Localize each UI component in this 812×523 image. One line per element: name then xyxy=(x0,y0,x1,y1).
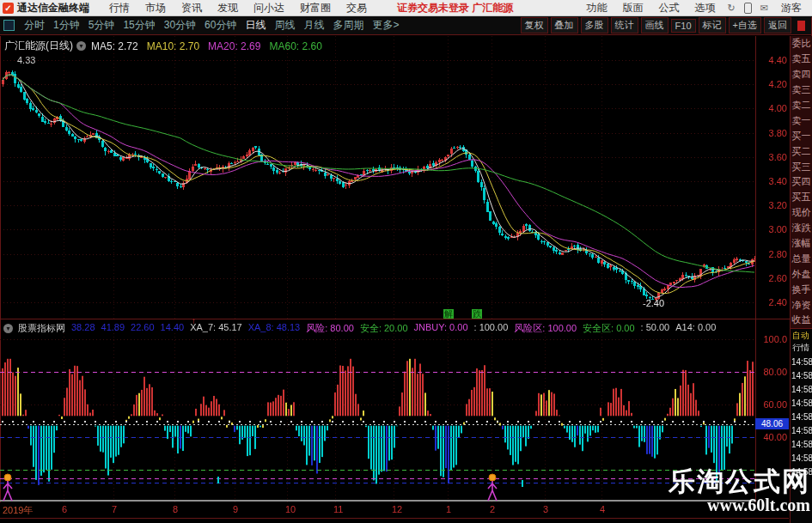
signal-tick-icon xyxy=(217,477,219,483)
menu-item[interactable]: 公式 xyxy=(659,1,680,15)
date-tick: 11 xyxy=(333,504,343,514)
quote-label[interactable]: 行情 xyxy=(791,342,812,356)
ma-label: MA60: 2.60 xyxy=(269,40,321,52)
menu-item[interactable]: 发现 xyxy=(217,1,238,15)
quote-field-label[interactable]: 买三 xyxy=(792,161,811,173)
time-entry[interactable]: 14:58 xyxy=(791,438,812,452)
price-tick: 3.40 xyxy=(769,176,787,186)
buy-signal-icon xyxy=(486,473,498,502)
quote-field-label[interactable]: 卖五 xyxy=(792,52,811,65)
time-entry[interactable]: 14:58 xyxy=(791,383,812,397)
indicator-value: 股票指标网 xyxy=(18,322,65,335)
price-tick: 3.60 xyxy=(769,152,787,162)
chart-header: 广汇能源(日线) ▾ MA5: 2.72MA10: 2.70MA20: 2.69… xyxy=(4,39,331,53)
quote-field-label[interactable]: 卖一 xyxy=(792,114,811,127)
menu-item[interactable]: 功能 xyxy=(587,1,607,15)
refresh-icon[interactable]: ↻ xyxy=(728,3,736,14)
time-entry[interactable]: 14:58 xyxy=(791,369,812,383)
quote-field-label[interactable]: 买一 xyxy=(792,130,811,143)
chart-title[interactable]: 广汇能源(日线) xyxy=(4,39,73,53)
period-tab[interactable]: 更多> xyxy=(372,18,399,33)
period-tab[interactable]: 分时 xyxy=(24,18,45,33)
quote-field-label[interactable]: 卖二 xyxy=(792,99,811,112)
time-entry[interactable]: 14:58 xyxy=(791,397,812,410)
quote-field-label[interactable]: 涨幅 xyxy=(792,237,811,250)
menu-item[interactable]: 行情 xyxy=(109,1,130,15)
price-tick: 3.00 xyxy=(769,224,787,234)
quote-field-label[interactable]: 换手 xyxy=(792,283,811,296)
time-entry[interactable]: 14:58 xyxy=(791,356,812,369)
date-tick: 8 xyxy=(173,504,178,514)
indicator-value: : 100.00 xyxy=(474,322,509,335)
tool-button[interactable]: 返回 xyxy=(764,17,791,33)
quote-field-label[interactable]: 涨跌 xyxy=(792,222,811,234)
price-tick: 4.20 xyxy=(769,79,787,89)
menu-item[interactable]: 财富圈 xyxy=(300,1,331,15)
user-label[interactable]: 游客 xyxy=(781,1,802,15)
period-tab[interactable]: 1分钟 xyxy=(53,18,80,33)
indicator-values: 股票指标网38.2841.8922.6014.40XA_7: 45.17XA_8… xyxy=(18,322,722,335)
period-tab[interactable]: 5分钟 xyxy=(89,18,115,33)
tool-button[interactable]: 统计 xyxy=(611,17,638,33)
quote-field-label[interactable]: 买四 xyxy=(792,175,811,188)
period-tab[interactable]: 周线 xyxy=(274,18,295,33)
quote-field-label[interactable]: 现价 xyxy=(792,206,811,219)
quote-field-label[interactable]: 卖三 xyxy=(792,83,811,96)
menu-item[interactable]: 版面 xyxy=(623,1,644,15)
terminal-window: ✓ 通达信金融终端 行情市场资讯发现问小达财富圈交易 证券交易未登录 广汇能源 … xyxy=(0,0,812,523)
tool-button[interactable]: 画线 xyxy=(641,17,669,33)
period-tab[interactable]: 15分钟 xyxy=(123,18,155,33)
tool-button[interactable]: F10 xyxy=(671,19,696,33)
time-entry[interactable]: 14:58 xyxy=(791,424,812,438)
auto-label[interactable]: 自动 xyxy=(791,329,812,342)
collapse-icon[interactable]: ▾ xyxy=(76,41,86,51)
mail-icon[interactable]: ✉ xyxy=(760,3,768,14)
indicator-value: 38.28 xyxy=(71,322,95,335)
corner-badge-icon xyxy=(797,21,805,31)
quote-field-label[interactable]: 收益 xyxy=(792,313,811,326)
menu-item[interactable]: 资讯 xyxy=(181,1,202,15)
quote-field-label[interactable]: 委比 xyxy=(792,37,811,50)
collapse-icon[interactable]: ▾ xyxy=(3,324,13,333)
period-tab[interactable]: 60分钟 xyxy=(205,18,236,33)
peak-price-label: 4.33 xyxy=(17,55,35,65)
quote-field-label[interactable]: 卖四 xyxy=(792,68,811,81)
login-status[interactable]: 证券交易未登录 广汇能源 xyxy=(397,1,513,15)
time-entry[interactable]: 14:58 xyxy=(791,410,812,424)
date-tick: 3 xyxy=(543,504,548,514)
quote-field-label[interactable]: 买二 xyxy=(792,145,811,158)
quote-field-label[interactable]: 买五 xyxy=(792,191,811,204)
tool-button[interactable]: +自选 xyxy=(729,17,761,33)
tool-button[interactable]: 多股 xyxy=(581,17,608,33)
quote-field-label[interactable]: 总量 xyxy=(792,252,811,265)
tool-button[interactable]: 叠加 xyxy=(551,17,578,33)
indicator-canvas[interactable] xyxy=(0,333,756,502)
indicator-tick: 60.00 xyxy=(763,399,787,410)
tool-button[interactable]: 复权 xyxy=(521,17,548,33)
indicator-value: XA_7: 45.17 xyxy=(190,322,242,335)
main-kline-canvas[interactable] xyxy=(0,36,756,319)
period-tab[interactable]: 30分钟 xyxy=(164,18,196,33)
menu-item[interactable]: 交易 xyxy=(346,1,367,15)
menu-item[interactable]: 问小达 xyxy=(253,1,284,15)
indicator-value: 风险区: 100.00 xyxy=(514,322,577,335)
quote-field-label[interactable]: 净资 xyxy=(792,299,811,312)
period-tab[interactable]: 月线 xyxy=(303,18,324,33)
indicator-value: 14.40 xyxy=(161,322,185,335)
date-tick: 2 xyxy=(490,504,495,514)
price-tick: 3.20 xyxy=(769,200,787,210)
date-tick: 12 xyxy=(392,504,402,514)
top-right-menu: 功能版面公式选项 ↻ ✉ 游客 xyxy=(579,1,812,15)
menu-item[interactable]: 选项 xyxy=(695,1,716,15)
time-list: 14:5814:5814:5814:5814:5814:5814:5814:58… xyxy=(791,356,812,479)
period-tab[interactable]: 日线 xyxy=(245,18,266,33)
menu-item[interactable]: 市场 xyxy=(145,1,166,15)
tool-button[interactable]: 标记 xyxy=(699,17,726,33)
period-tab[interactable]: 多周期 xyxy=(333,18,363,33)
period-toolbar: 分时1分钟5分钟15分钟30分钟60分钟日线周线月线多周期更多> 复权叠加多股统… xyxy=(0,16,812,35)
buy-signal-icon xyxy=(2,473,14,502)
mobile-icon[interactable] xyxy=(744,3,752,14)
time-entry[interactable]: 14:58 xyxy=(791,452,812,465)
quote-field-label[interactable]: 外盘 xyxy=(792,268,811,281)
kline-icon[interactable] xyxy=(3,20,15,31)
